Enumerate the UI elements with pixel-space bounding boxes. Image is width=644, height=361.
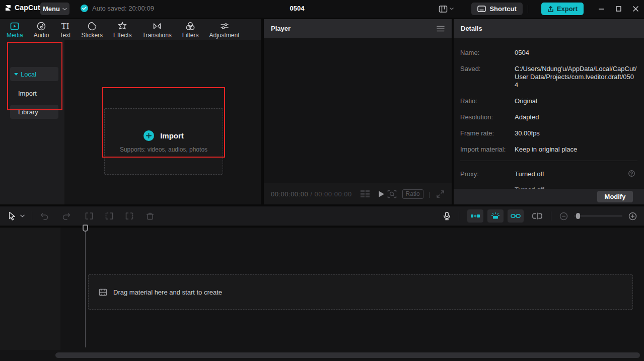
export-button[interactable]: Export (541, 3, 584, 15)
frame-preview-button[interactable] (360, 190, 370, 198)
filters-icon (185, 21, 195, 31)
layout-switcher-button[interactable] (439, 5, 454, 13)
linking-toggle[interactable] (508, 209, 524, 223)
shortcut-label: Shortcut (489, 5, 516, 13)
timeline-drop-hint: Drag material here and start to create (113, 288, 222, 296)
chevron-down-icon (450, 8, 454, 10)
microphone-icon (443, 211, 451, 221)
playhead-handle[interactable] (83, 225, 88, 232)
transitions-icon (152, 21, 162, 31)
detail-value: Original (515, 97, 637, 105)
redo-button[interactable] (61, 212, 71, 220)
zoom-in-button[interactable] (628, 212, 637, 221)
timeline-toolbar (0, 206, 644, 226)
delete-left-button[interactable] (105, 212, 114, 220)
details-header: Details (454, 19, 644, 38)
magnet-snap-icon (470, 212, 480, 220)
link-icon (511, 213, 521, 219)
title-bar: CapCut Menu Auto saved: 20:00:09 0504 (0, 0, 644, 18)
sidebar-item-library[interactable]: Library (10, 105, 58, 119)
tab-transitions[interactable]: Transitions (142, 21, 172, 38)
detail-row-saved: Saved: C:/Users/Ndung'u/AppData/Local/Ca… (460, 65, 637, 89)
tab-effects[interactable]: Effects (113, 21, 131, 38)
close-button[interactable] (627, 0, 644, 18)
import-dropzone[interactable]: Import Supports: videos, audios, photos (104, 108, 223, 175)
tab-label: Filters (182, 32, 199, 38)
split-button[interactable] (85, 212, 94, 220)
select-tool-dropdown[interactable] (20, 214, 25, 218)
capcut-logo-icon (4, 4, 12, 12)
chevron-down-icon (20, 214, 25, 218)
track-magnet-icon (532, 212, 543, 220)
player-title: Player (271, 25, 291, 32)
menu-label: Menu (43, 5, 60, 13)
tab-stickers[interactable]: Stickers (81, 21, 103, 38)
tab-label: Adjustment (209, 32, 239, 38)
focus-button[interactable] (387, 189, 397, 199)
detail-row-proxy: Proxy: Turned off (460, 170, 637, 178)
undo-button[interactable] (39, 212, 49, 220)
autosave-status: Auto saved: 20:00:09 (81, 5, 154, 12)
plus-icon (144, 130, 154, 141)
fullscreen-button[interactable] (436, 190, 445, 198)
import-hint: Supports: videos, audios, photos (120, 146, 207, 153)
delete-button[interactable] (146, 212, 154, 220)
sidebar-item-import[interactable]: Import (10, 86, 58, 100)
frames-icon (360, 190, 370, 198)
details-footer: Modify (454, 189, 644, 204)
tab-media[interactable]: Media (7, 21, 23, 38)
app-logo: CapCut (4, 4, 40, 12)
divider (466, 5, 466, 13)
details-title: Details (461, 25, 482, 32)
record-voiceover-button[interactable] (443, 211, 451, 221)
divider (528, 5, 528, 13)
tab-audio[interactable]: Audio (34, 21, 49, 38)
detail-value: Turned off (515, 170, 637, 178)
minimize-button[interactable] (593, 0, 610, 18)
cursor-icon (8, 211, 16, 221)
menu-button[interactable]: Menu (40, 3, 69, 15)
ratio-button[interactable]: Ratio (402, 189, 423, 199)
maximize-button[interactable] (610, 0, 627, 18)
play-button[interactable] (378, 190, 385, 198)
audio-icon (36, 21, 46, 31)
help-icon[interactable] (628, 170, 635, 177)
trash-icon (146, 212, 154, 220)
detail-label: Name: (460, 49, 515, 57)
horizontal-scrollbar[interactable] (55, 352, 640, 358)
media-panel: Media Audio TI Text Stickers (0, 19, 261, 204)
timecode-current: 00:00:00:00 (271, 190, 308, 198)
select-tool-button[interactable] (8, 211, 16, 221)
detail-label: Frame rate: (460, 129, 515, 137)
modify-label: Modify (605, 193, 626, 200)
export-label: Export (557, 5, 578, 13)
effects-icon (117, 21, 127, 31)
zoom-slider-handle[interactable] (576, 213, 580, 219)
tab-filters[interactable]: Filters (182, 21, 199, 38)
window-controls (593, 0, 644, 18)
triangle-down-icon (14, 73, 18, 76)
sidebar-item-label: Local (21, 70, 36, 78)
zoom-out-button[interactable] (559, 212, 568, 221)
tab-text[interactable]: TI Text (59, 21, 70, 38)
import-title: Import (160, 131, 184, 140)
stickers-icon (87, 21, 97, 31)
preview-axis-toggle[interactable] (487, 209, 504, 223)
timeline-zoom-slider[interactable] (574, 215, 622, 216)
player-menu-button[interactable] (437, 26, 445, 32)
detail-value: 30.00fps (515, 129, 637, 137)
main-track-magnet-toggle[interactable] (532, 212, 543, 220)
detail-row-name: Name: 0504 (460, 49, 637, 57)
timeline-dropzone[interactable]: Drag material here and start to create (88, 274, 633, 310)
divider: | (429, 190, 431, 198)
auto-remove-gaps-toggle[interactable] (467, 209, 483, 223)
filmstrip-icon (99, 288, 107, 296)
detail-row-framerate: Frame rate: 30.00fps (460, 129, 637, 137)
modify-button[interactable]: Modify (597, 191, 633, 202)
delete-right-button[interactable] (125, 212, 134, 220)
timeline-area[interactable]: Drag material here and start to create (0, 228, 644, 361)
shortcut-button[interactable]: Shortcut (471, 3, 522, 15)
sidebar-item-local[interactable]: Local (10, 67, 58, 81)
media-sidebar: Local Import Library (0, 40, 64, 204)
tab-adjustment[interactable]: Adjustment (209, 21, 239, 38)
